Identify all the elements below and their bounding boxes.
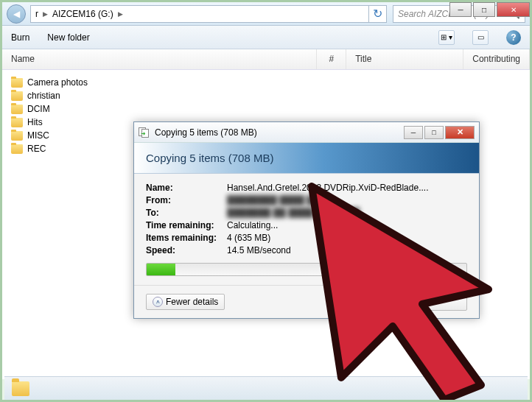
fewer-details-button[interactable]: ʌ Fewer details [146,294,225,310]
from-label: From: [146,195,227,205]
speed-value: 14.5 MB/second [227,245,467,255]
file-name: MISC [27,130,49,141]
close-button[interactable]: ✕ [497,2,530,17]
list-item[interactable]: Camera photos [7,76,525,89]
file-name: DCIM [27,104,50,114]
maximize-button[interactable]: □ [473,2,495,17]
folder-icon [12,381,29,396]
dialog-footer: ʌ Fewer details [134,285,479,318]
breadcrumb[interactable]: r ▶ AIZCEM16 (G:) ▶ [30,5,369,23]
help-button[interactable]: ? [506,30,521,45]
items-remaining-label: Items remaining: [146,233,227,243]
dialog-title-text: Copying 5 items (708 MB) [155,127,257,138]
column-contributing[interactable]: Contributing [463,49,530,69]
items-remaining-value: 4 (635 MB) [227,233,467,243]
refresh-button[interactable]: ↻ [369,5,387,23]
window-controls: ─ □ ✕ [449,2,530,17]
time-remaining-value: Calculating... [227,220,467,230]
toolbar: Burn New folder ⊞ ▾ ▭ ? [2,26,530,49]
column-headers: Name # Title Contributing [2,49,530,70]
back-button[interactable]: ◀ [7,4,26,24]
breadcrumb-prefix: r [35,9,38,19]
column-title[interactable]: Title [346,49,463,69]
folder-icon [11,91,23,101]
file-name: REC [27,144,46,154]
time-remaining-label: Time remaining: [146,220,227,230]
folder-icon [11,131,23,141]
speed-label: Speed: [146,245,227,255]
chevron-right-icon: ▶ [118,10,123,18]
from-value: ████████ ████ ██ [227,195,467,205]
burn-button[interactable]: Burn [11,32,29,43]
column-name[interactable]: Name [2,49,317,69]
name-label: Name: [146,183,227,193]
breadcrumb-drive[interactable]: AIZCEM16 (G:) [52,9,113,19]
dialog-minimize-button[interactable]: ─ [404,126,423,139]
folder-icon [11,144,23,154]
dialog-body: Name:Hansel.And.Gretel.2013.DVDRip.XviD-… [134,174,479,285]
list-item[interactable]: DCIM [7,102,525,116]
folder-icon [11,78,23,88]
column-number[interactable]: # [317,49,346,69]
folder-icon [11,118,23,127]
view-options-button[interactable]: ⊞ ▾ [438,30,455,45]
chevron-right-icon: ▶ [43,10,48,18]
cancel-button[interactable] [423,293,467,311]
fewer-details-label: Fewer details [166,297,218,307]
dialog-titlebar[interactable]: ➜ Copying 5 items (708 MB) ─ □ ✕ [134,122,479,143]
copy-dialog: ➜ Copying 5 items (708 MB) ─ □ ✕ Copying… [133,121,480,319]
status-bar [4,376,528,400]
progress-fill [147,264,175,275]
progress-bar [146,263,467,276]
preview-pane-button[interactable]: ▭ [472,30,489,45]
dialog-close-button[interactable]: ✕ [445,126,475,139]
folder-icon [11,105,23,114]
minimize-button[interactable]: ─ [449,2,472,17]
to-label: To: [146,208,227,218]
file-name: Hits [27,117,43,127]
copy-icon: ➜ [139,127,150,138]
chevron-up-icon: ʌ [153,297,163,307]
list-item[interactable]: christian [7,89,525,102]
file-name: christian [27,91,60,101]
name-value: Hansel.And.Gretel.2013.DVDRip.XviD-RedBl… [227,183,467,193]
dialog-maximize-button[interactable]: □ [424,126,444,139]
new-folder-button[interactable]: New folder [47,32,89,43]
to-value: ███████ ██ ████ ███████ [227,208,467,218]
dialog-heading: Copying 5 items (708 MB) [134,143,479,174]
file-name: Camera photos [27,77,88,88]
